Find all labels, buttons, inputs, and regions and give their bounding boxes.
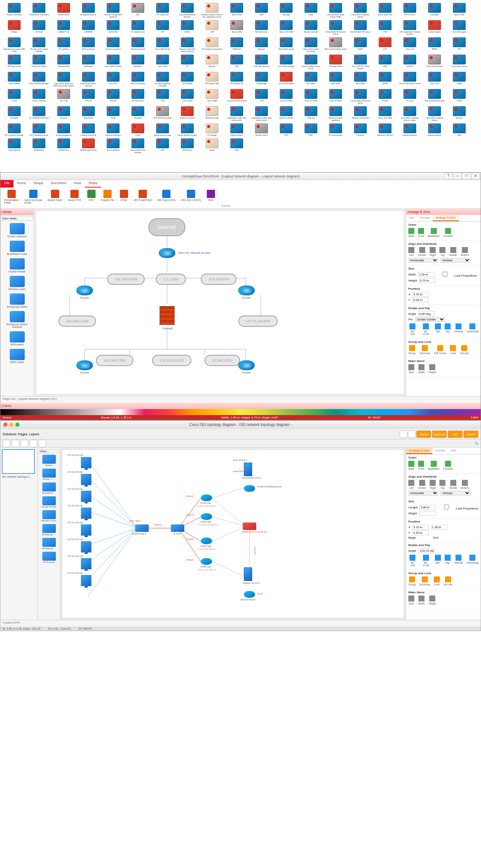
palette-item[interactable]: MGX 8220: [300, 72, 322, 87]
workstation[interactable]: [81, 508, 91, 519]
height-input[interactable]: [419, 278, 436, 283]
palette-item[interactable]: CTM: [151, 89, 174, 104]
palette-item[interactable]: Mobile streamer: [423, 124, 446, 136]
unlock-button[interactable]: UnLock: [444, 576, 453, 586]
ellipse-tool-icon[interactable]: [21, 440, 28, 447]
palette-item[interactable]: Cisco 1000: [151, 55, 174, 70]
center-button[interactable]: Center: [418, 247, 426, 256]
palette-item[interactable]: NetRanger: [77, 55, 100, 70]
palette-item[interactable]: uMG9000: [77, 20, 100, 35]
palette-item[interactable]: Fccard: [374, 89, 396, 104]
palette-item[interactable]: System controller: [300, 20, 322, 35]
ribbon-ms powerpoint-button[interactable]: MS PowerPoint: [131, 189, 154, 207]
palette-item[interactable]: Terminal server: [250, 20, 273, 35]
right-button[interactable]: Right: [430, 480, 436, 489]
palette-item[interactable]: DWDM ring: [52, 138, 75, 153]
palette-item[interactable]: Switch processor: [127, 37, 149, 52]
palette-item[interactable]: Cisco VN 5900: [324, 89, 347, 104]
palette-item[interactable]: PMC: [300, 124, 322, 136]
palette-item[interactable]: CMP: [201, 20, 223, 35]
edit-group-button[interactable]: Edit Group: [434, 345, 446, 354]
palette-item[interactable]: ASIC processor: [77, 37, 100, 52]
palette-item[interactable]: Protocol translator: [3, 3, 25, 18]
pages-button[interactable]: Pages: [18, 432, 28, 436]
ls1010-switch[interactable]: [171, 524, 184, 532]
palette-item[interactable]: CallManager: [250, 72, 273, 87]
palette-item[interactable]: Detector: [448, 106, 471, 121]
palette-item[interactable]: ADM: [374, 55, 396, 70]
palette-item[interactable]: Cisco 6700 Series: [275, 72, 297, 87]
palette-item[interactable]: Cisco CA: [399, 37, 421, 52]
group-button[interactable]: Group: [408, 345, 415, 354]
palette-item[interactable]: Cisco 15800: [201, 89, 223, 104]
palette-item[interactable]: IP communicator: [324, 124, 347, 136]
palette-item[interactable]: Camera softswitch: [77, 124, 100, 136]
--button[interactable]: 180 °: [435, 323, 441, 335]
palette-item[interactable]: Universal gateway: [52, 124, 75, 136]
palette-item[interactable]: PXF: [374, 20, 396, 35]
palette-item[interactable]: CiscoWorks workstation: [28, 3, 50, 18]
router-bottom-right[interactable]: [238, 360, 255, 370]
c7200-router[interactable]: [244, 485, 255, 492]
palette-item[interactable]: Workgroup director: [77, 3, 100, 18]
palette-item[interactable]: EtherClient: [77, 106, 100, 121]
middle-button[interactable]: Middle: [449, 480, 457, 489]
length-input[interactable]: [420, 505, 436, 510]
lock-button[interactable]: Lock: [434, 576, 440, 586]
palette-item[interactable]: IOS SLB: [28, 20, 50, 35]
-ccw-button[interactable]: 90° CCW: [421, 323, 431, 335]
isg-router[interactable]: [201, 494, 212, 501]
pointer-tool-icon[interactable]: [3, 440, 10, 447]
mac-h-select[interactable]: Horizontal: [408, 491, 438, 496]
mac-library-item[interactable]: Broadband …: [39, 482, 58, 494]
workstation[interactable]: [81, 491, 91, 502]
palette-item[interactable]: Nexus 1000 VSG: [374, 3, 396, 18]
palette-item[interactable]: Handheld: [127, 106, 149, 121]
palette-item[interactable]: Route/Switch Processor: [349, 20, 372, 35]
palette-item[interactable]: Content engine: [423, 20, 446, 35]
page-thumbnail[interactable]: [2, 449, 35, 474]
grid-button[interactable]: [408, 430, 415, 438]
minimize-icon[interactable]: —: [453, 173, 462, 179]
bottom-button[interactable]: Bottom: [461, 247, 469, 256]
vertical-button[interactable]: Vertical: [454, 555, 463, 567]
palette-item[interactable]: RTS-10100 Softswitch: [151, 106, 174, 121]
lock-button[interactable]: Lock: [450, 345, 456, 354]
mac-library-item[interactable]: Router: [39, 455, 58, 466]
palette-item[interactable]: SSL: [127, 3, 149, 18]
right-button[interactable]: Right: [430, 247, 436, 256]
middle-button[interactable]: Middle: [449, 247, 457, 256]
horizontal-button[interactable]: Horizontal: [466, 555, 478, 567]
ribbon-svg-button[interactable]: SVG: [205, 189, 218, 207]
palette-item[interactable]: Directory server: [324, 55, 347, 70]
palette-item[interactable]: Cisco file engine: [448, 20, 471, 35]
front-button[interactable]: Front: [418, 228, 424, 237]
palette-item[interactable]: Wireless connectivity: [349, 106, 372, 121]
palette-item[interactable]: WiSM: [448, 89, 471, 104]
mac-y-input[interactable]: [412, 530, 429, 535]
isg-router[interactable]: [201, 537, 212, 544]
palette-item[interactable]: Shield: [201, 138, 223, 153]
mac-library-item[interactable]: Router firewall: [39, 496, 58, 508]
palette-item[interactable]: Management engine (ME 1100): [3, 37, 25, 52]
layers-button[interactable]: Layers: [29, 432, 39, 436]
palette-item[interactable]: PIX firewall, right: [201, 72, 223, 87]
palette-item[interactable]: Guard: [127, 124, 149, 136]
palette-item[interactable]: VQE: [250, 3, 273, 18]
--button[interactable]: 180°: [435, 555, 441, 567]
palette-item[interactable]: Observer: [349, 124, 372, 136]
ribbon-adobe flash-button[interactable]: Adobe Flash: [45, 189, 65, 207]
mac-props-tab-text[interactable]: Text: [448, 448, 459, 454]
subnet-cloud-5[interactable]: 172.31.128.0/20: [238, 316, 278, 327]
palette-item[interactable]: VPN concentrator: [127, 72, 149, 87]
back-button[interactable]: Back: [408, 461, 414, 470]
palette-item[interactable]: MGX 8240: [324, 72, 347, 87]
palette-item[interactable]: Lightweight double radio access point: [250, 106, 273, 121]
mac-lib-dropdown[interactable]: Cisco…: [39, 449, 58, 453]
-cw-button[interactable]: 90° CW: [408, 323, 417, 335]
palette-item[interactable]: DSL firewall: [176, 72, 199, 87]
palette-item[interactable]: Bridge: [3, 20, 25, 35]
palette-item[interactable]: Network Stack: [226, 124, 248, 136]
workstation[interactable]: [81, 524, 91, 536]
palette-item[interactable]: Vault: [448, 124, 471, 136]
